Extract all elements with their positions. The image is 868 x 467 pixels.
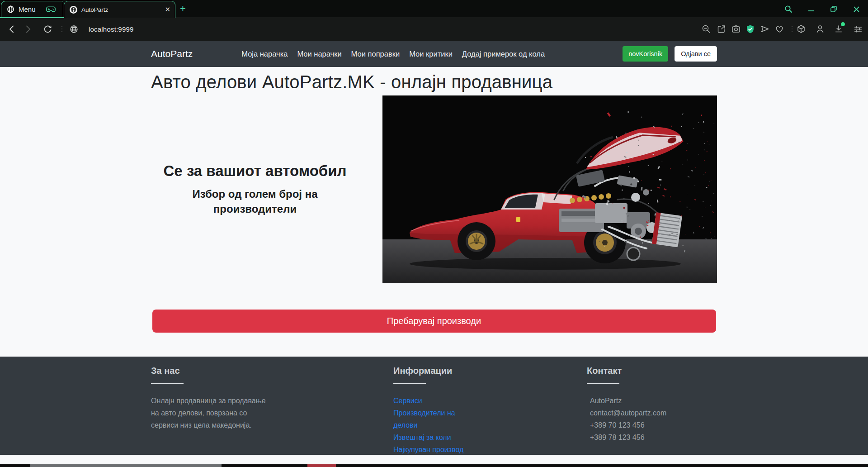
footer-contact-email[interactable]: contact@autopartz.com: [587, 407, 713, 419]
active-tab-underline: [0, 17, 64, 18]
page-title: Авто делови AutoPartz.MK - онлајн продав…: [151, 72, 717, 92]
footer-contact-name: AutoPartz: [587, 395, 713, 407]
window-close-button[interactable]: [850, 3, 862, 15]
footer-link-car-report[interactable]: Извештај за коли: [393, 431, 475, 443]
back-button-icon[interactable]: [5, 23, 17, 35]
favorites-heart-icon[interactable]: [774, 24, 785, 34]
scrollbar-thumb[interactable]: [30, 464, 222, 467]
find-on-page-icon[interactable]: [701, 24, 712, 34]
logout-button[interactable]: Одјави се: [675, 46, 717, 62]
window-minimize-button[interactable]: [805, 3, 817, 15]
downloads-icon[interactable]: [833, 24, 844, 34]
url-text[interactable]: localhost:9999: [89, 25, 134, 33]
site-globe-icon[interactable]: [68, 23, 80, 35]
nav-link-my-orders[interactable]: Мои нарачки: [297, 50, 341, 58]
clipped-red-element: [307, 464, 336, 467]
tab-favicon-globe-icon: [70, 6, 77, 14]
footer-divider: [151, 383, 184, 384]
separator-dots-icon: [56, 23, 68, 35]
nav-link-add-car-sample[interactable]: Додај примерок од кола: [462, 50, 545, 58]
download-badge-dot: [841, 22, 845, 26]
nav-link-my-order[interactable]: Моја нарачка: [241, 50, 288, 58]
horizontal-scrollbar[interactable]: [0, 464, 868, 467]
easy-setup-sliders-icon[interactable]: [853, 24, 863, 34]
new-tab-button[interactable]: +: [180, 3, 186, 14]
footer-contact-title: Контакт: [587, 366, 713, 376]
window-restore-button[interactable]: [828, 3, 840, 15]
footer-link-services[interactable]: Сервиси: [393, 395, 475, 407]
front-wheel: [458, 222, 495, 260]
site-nav-links: Моја нарачка Мои нарачки Мои поправки Мо…: [241, 50, 545, 58]
menu-label: Menu: [19, 5, 36, 13]
hero-heading: Се за вашиот автомобил: [156, 162, 354, 180]
profile-person-icon[interactable]: [815, 24, 826, 34]
nav-link-my-repairs[interactable]: Мои поправки: [351, 50, 400, 58]
gx-corner-icon[interactable]: [46, 6, 56, 13]
tab-title: AutoPartz: [81, 6, 160, 13]
footer-about-text: Онлајн продавница за продавање на авто д…: [151, 395, 269, 431]
footer-contact-phone2: +389 78 123 456: [587, 431, 713, 443]
opera-logo-icon: [7, 5, 14, 13]
tab-close-icon[interactable]: ✕: [165, 5, 170, 14]
footer-divider: [393, 383, 426, 384]
browser-menu-button[interactable]: Menu: [1, 1, 63, 17]
footer-info-title: Информации: [393, 366, 475, 376]
forward-button-icon[interactable]: [22, 23, 34, 35]
browser-tab-autopartz[interactable]: AutoPartz ✕: [64, 1, 175, 18]
browser-address-bar: localhost:9999: [0, 17, 868, 41]
hero-car-image: [382, 95, 717, 283]
hero-subheading: Избор од голем број на производители: [180, 187, 330, 216]
pin-to-sidebar-icon[interactable]: [716, 24, 727, 34]
extensions-cube-icon[interactable]: [796, 24, 807, 34]
adblock-shield-icon[interactable]: [745, 24, 755, 34]
site-brand[interactable]: AutoPartz: [151, 48, 193, 59]
user-button[interactable]: novKorisnik: [623, 46, 668, 62]
browser-tab-bar: Menu AutoPartz ✕ +: [0, 0, 868, 17]
footer-link-manufacturers[interactable]: Производители на делови: [393, 407, 475, 431]
footer-about-title: За нас: [151, 366, 269, 376]
site-navbar: AutoPartz Моја нарачка Мои нарачки Мои п…: [0, 41, 868, 67]
footer-contact-phone1: +389 70 123 456: [587, 419, 713, 431]
search-products-button[interactable]: Пребарувај производи: [152, 310, 716, 333]
footer-divider: [587, 383, 619, 384]
webpage: AutoPartz Моја нарачка Мои нарачки Мои п…: [0, 41, 868, 467]
hero-section: Се за вашиот автомобил Избор од голем бр…: [151, 95, 717, 283]
chrome-search-icon[interactable]: [783, 3, 794, 15]
site-footer: За нас Онлајн продавница за продавање на…: [0, 357, 868, 455]
footer-link-top-product[interactable]: Најкупуван производ: [393, 443, 475, 456]
reload-button-icon[interactable]: [42, 23, 53, 35]
snapshot-camera-icon[interactable]: [731, 24, 741, 34]
myflow-paperplane-icon[interactable]: [760, 24, 770, 34]
nav-link-my-reviews[interactable]: Мои критики: [409, 50, 453, 58]
